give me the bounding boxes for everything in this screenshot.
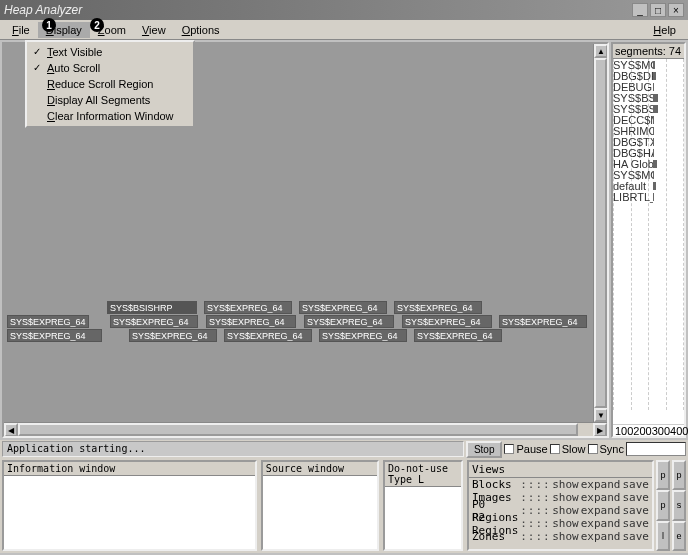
segment-row[interactable]: DBG$TXMSG	[613, 136, 684, 147]
sync-input[interactable]	[626, 442, 686, 456]
segments-axis: 100200300400500	[613, 424, 684, 436]
view-dots-icon: ::::	[520, 504, 550, 517]
heap-segment[interactable]: SYS$EXPREG_64	[7, 329, 102, 342]
view-save[interactable]: save	[623, 491, 650, 504]
dropdown-item[interactable]: Display All Segments	[29, 92, 191, 108]
title-bar: Heap Analyzer _ □ ×	[0, 0, 688, 20]
views-row[interactable]: Zones::::show expand save	[469, 530, 652, 543]
heap-segment[interactable]: SYS$EXPREG_64	[402, 315, 492, 328]
heap-segment[interactable]: SYS$BSISHRP	[107, 301, 197, 314]
menu-view[interactable]: View	[134, 22, 174, 38]
src-title: Source window	[263, 462, 377, 476]
segments-header: segments: 74 s: 0000000000051000	[613, 44, 684, 59]
segment-row[interactable]: DBG$DR.ISRMRU	[613, 70, 684, 81]
segment-row[interactable]: DBG$HA_KERNEL	[613, 147, 684, 158]
segments-count: segments: 74	[615, 45, 681, 57]
view-show[interactable]: show	[552, 478, 579, 491]
stop-button[interactable]: Stop	[466, 441, 503, 458]
view-save[interactable]: save	[623, 530, 650, 543]
segment-bar	[653, 72, 656, 80]
menu-file[interactable]: File	[4, 22, 38, 38]
dropdown-item[interactable]: Clear Information Window	[29, 108, 191, 124]
side-tab[interactable]: s	[672, 490, 686, 520]
view-expand[interactable]: expand	[581, 478, 621, 491]
view-dots-icon: ::::	[520, 517, 550, 530]
segment-row[interactable]: DEBUG	[613, 81, 684, 92]
heap-segment[interactable]: SYS$EXPREG_64	[499, 315, 587, 328]
slow-checkbox[interactable]: Slow	[550, 443, 586, 455]
views-row[interactable]: P2 Regions::::show expand save	[469, 517, 652, 530]
segment-row[interactable]: SHRIMGMSG	[613, 125, 684, 136]
scroll-right-icon[interactable]: ▶	[593, 423, 607, 437]
segment-bar	[653, 61, 655, 69]
do-not-use-window: Do-not-use Type L	[383, 460, 463, 551]
heap-segment[interactable]: SYS$EXPREG_64	[129, 329, 217, 342]
segment-row[interactable]: DECC$MSG	[613, 114, 684, 125]
side-tab[interactable]: e	[672, 521, 686, 551]
menu-help[interactable]: Help	[645, 22, 684, 38]
dnt-title: Do-not-use Type L	[385, 462, 461, 487]
side-tab[interactable]: p	[656, 460, 670, 490]
scrollbar-horizontal[interactable]: ◀ ▶	[4, 422, 607, 436]
dropdown-item[interactable]: Auto Scroll	[29, 60, 191, 76]
heap-segment[interactable]: SYS$EXPREG_64	[304, 315, 394, 328]
side-tabs-a: ppl	[656, 460, 670, 551]
segment-row[interactable]: SYS$BSISHR	[613, 92, 684, 103]
dropdown-item[interactable]: Text Visible	[29, 44, 191, 60]
sync-checkbox[interactable]: Sync	[588, 443, 624, 455]
view-expand[interactable]: expand	[581, 530, 621, 543]
side-tab[interactable]: p	[672, 460, 686, 490]
heap-segment[interactable]: SYS$EXPREG_64	[204, 301, 292, 314]
view-expand[interactable]: expand	[581, 504, 621, 517]
scroll-left-icon[interactable]: ◀	[4, 423, 18, 437]
source-window: Source window	[261, 460, 379, 551]
view-show[interactable]: show	[552, 530, 579, 543]
heap-segment[interactable]: SYS$EXPREG_64	[414, 329, 502, 342]
view-dots-icon: ::::	[520, 491, 550, 504]
heap-segment[interactable]: SYS$EXPREG_64	[224, 329, 312, 342]
heap-segment[interactable]: SYS$EXPREG_64	[7, 315, 89, 328]
segment-row[interactable]: SYS$MODE	[613, 169, 684, 180]
view-save[interactable]: save	[623, 517, 650, 530]
view-show[interactable]: show	[552, 491, 579, 504]
side-tab[interactable]: l	[656, 521, 670, 551]
close-button[interactable]: ×	[668, 3, 684, 17]
heap-segment[interactable]: SYS$EXPREG_64	[319, 329, 407, 342]
scroll-thumb-v[interactable]	[594, 58, 607, 408]
segments-chart: SYS$MODEDBG$DR.ISRMRUDEBUGSYS$BSISHRSYS$…	[613, 59, 684, 424]
pause-checkbox[interactable]: Pause	[504, 443, 547, 455]
heap-segment[interactable]: SYS$EXPREG_64	[206, 315, 296, 328]
view-save[interactable]: save	[623, 504, 650, 517]
app-title: Heap Analyzer	[4, 3, 630, 17]
heap-segment[interactable]: SYS$EXPREG_64	[299, 301, 387, 314]
scroll-down-icon[interactable]: ▼	[594, 408, 608, 422]
view-show[interactable]: show	[552, 517, 579, 530]
scroll-up-icon[interactable]: ▲	[594, 44, 608, 58]
segment-row[interactable]: SYS$MODE	[613, 59, 684, 70]
information-window: Information window	[2, 460, 257, 551]
segment-row[interactable]: SYS$BSISHRP	[613, 103, 684, 114]
view-save[interactable]: save	[623, 478, 650, 491]
segment-row[interactable]: default	[613, 180, 684, 191]
dropdown-item[interactable]: Reduce Scroll Region	[29, 76, 191, 92]
info-title: Information window	[4, 462, 255, 476]
heap-segment[interactable]: SYS$EXPREG_64	[394, 301, 482, 314]
side-tabs-b: pse	[672, 460, 686, 551]
segment-bar	[653, 160, 657, 168]
menu-options[interactable]: Options	[174, 22, 228, 38]
view-expand[interactable]: expand	[581, 491, 621, 504]
scrollbar-vertical[interactable]: ▲ ▼	[593, 44, 607, 422]
side-tab[interactable]: p	[656, 490, 670, 520]
heap-segment[interactable]: SYS$EXPREG_64	[110, 315, 198, 328]
view-expand[interactable]: expand	[581, 517, 621, 530]
segment-row[interactable]: LIBRTL_VM	[613, 191, 684, 202]
segment-bar	[653, 94, 658, 102]
view-show[interactable]: show	[552, 504, 579, 517]
scroll-thumb-h[interactable]	[18, 423, 578, 436]
segment-row[interactable]: HA Global S	[613, 158, 684, 169]
maximize-button[interactable]: □	[650, 3, 666, 17]
segment-bar	[653, 182, 656, 190]
status-text: Application starting...	[2, 441, 464, 457]
minimize-button[interactable]: _	[632, 3, 648, 17]
views-row[interactable]: Blocks::::show expand save	[469, 478, 652, 491]
